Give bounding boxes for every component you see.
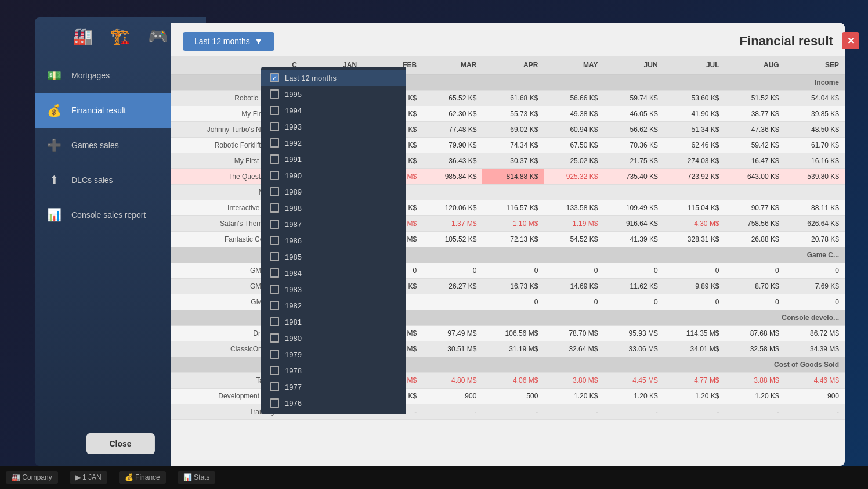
row-aug: 16.47 K$ [725, 153, 785, 169]
row-aug: 758.56 K$ [725, 216, 785, 232]
dropdown-item-1995[interactable]: 1995 [261, 86, 406, 102]
period-dropdown[interactable]: ✓ Last 12 months 1995 1994 1993 1992 199… [261, 67, 406, 414]
row-sep: 88.11 K$ [785, 200, 845, 216]
taskbar-item-4[interactable]: 📊 Stats [178, 471, 216, 484]
sidebar-icon-1[interactable]: 🏭 [68, 23, 97, 49]
dropdown-item-1992-label: 1992 [285, 139, 302, 148]
checkbox-1976 [270, 398, 279, 408]
row-may: 1.19 M$ [544, 216, 603, 232]
row-jun: 70.36 K$ [603, 138, 663, 153]
row-aug: 0 [725, 294, 785, 310]
row-jun: 1.20 K$ [603, 389, 663, 404]
row-mar: 105.52 K$ [422, 232, 482, 247]
row-may: 78.70 M$ [544, 326, 603, 341]
dropdown-item-1989-label: 1989 [285, 188, 302, 196]
row-jun: 21.75 K$ [603, 153, 663, 169]
dropdown-item-last12-label: Last 12 months [285, 74, 337, 82]
row-apr [482, 185, 544, 200]
checkbox-1983 [270, 285, 279, 294]
row-jun: 33.06 M$ [603, 341, 663, 357]
row-apr: 74.34 K$ [482, 138, 544, 153]
row-jun: 59.74 K$ [603, 91, 663, 106]
dropdown-item-1987[interactable]: 1987 [261, 216, 406, 232]
dropdown-item-1980-label: 1980 [285, 334, 302, 343]
taskbar-item-3[interactable]: 💰 Finance [119, 471, 166, 484]
row-apr: 116.57 K$ [482, 200, 544, 216]
row-mar: 97.49 M$ [422, 326, 482, 341]
checkbox-1978 [270, 366, 279, 375]
row-jul: 34.01 M$ [664, 341, 725, 357]
col-header-jun: JUN [603, 56, 663, 74]
financial-result-icon: 💰 [44, 100, 64, 121]
row-apr: 16.73 K$ [482, 279, 544, 294]
dropdown-item-1990[interactable]: 1990 [261, 167, 406, 184]
dropdown-item-1980[interactable]: 1980 [261, 330, 406, 346]
dropdown-item-last12[interactable]: ✓ Last 12 months [261, 70, 406, 86]
row-jul: 4.30 M$ [664, 216, 725, 232]
dropdown-item-1992[interactable]: 1992 [261, 135, 406, 151]
dropdown-item-1988[interactable]: 1988 [261, 200, 406, 216]
dropdown-item-1991[interactable]: 1991 [261, 151, 406, 167]
dropdown-item-1989[interactable]: 1989 [261, 184, 406, 200]
row-jul: 0 [664, 294, 725, 310]
row-aug: 47.36 K$ [725, 122, 785, 138]
row-mar: 900 [422, 389, 482, 404]
sidebar-icon-2[interactable]: 🏗️ [106, 23, 135, 49]
row-jul: 9.89 K$ [664, 279, 725, 294]
sidebar-icon-3[interactable]: 🎮 [144, 23, 173, 49]
col-header-mar: MAR [422, 56, 482, 74]
dropdown-item-1979[interactable]: 1979 [261, 346, 406, 362]
row-jul: 41.90 K$ [664, 106, 725, 122]
checkbox-1977 [270, 382, 279, 391]
dropdown-item-1979-label: 1979 [285, 350, 302, 359]
dropdown-item-1982[interactable]: 1982 [261, 297, 406, 314]
row-mar: 4.80 M$ [422, 373, 482, 389]
checkbox-1991 [270, 154, 279, 164]
dropdown-item-1978[interactable]: 1978 [261, 362, 406, 379]
dropdown-item-1976-label: 1976 [285, 399, 302, 408]
row-sep: 20.78 K$ [785, 232, 845, 247]
row-may: 56.66 K$ [544, 91, 603, 106]
close-button[interactable]: Close [86, 433, 154, 454]
row-jul: - [664, 404, 725, 420]
dropdown-item-1993[interactable]: 1993 [261, 118, 406, 135]
row-aug: 643.00 K$ [725, 169, 785, 185]
dropdown-item-1984[interactable]: 1984 [261, 265, 406, 281]
dropdown-item-1985[interactable]: 1985 [261, 249, 406, 265]
row-sep: 16.16 K$ [785, 153, 845, 169]
row-mar: 77.48 K$ [422, 122, 482, 138]
row-sep: 0 [785, 263, 845, 279]
row-mar: 26.27 K$ [422, 279, 482, 294]
dropdown-item-1981[interactable]: 1981 [261, 314, 406, 330]
dropdown-item-1983[interactable]: 1983 [261, 281, 406, 297]
console-sales-icon: 📊 [44, 204, 64, 225]
checkbox-1984 [270, 268, 279, 278]
row-may: 54.52 K$ [544, 232, 603, 247]
row-apr: 55.73 K$ [482, 106, 544, 122]
modal-title: Financial result [740, 34, 833, 49]
row-sep: 0 [785, 294, 845, 310]
dropdown-item-1978-label: 1978 [285, 366, 302, 375]
dropdown-item-1976[interactable]: 1976 [261, 395, 406, 411]
period-dropdown-button[interactable]: Last 12 months ▼ [183, 32, 274, 51]
row-may: 3.80 M$ [544, 373, 603, 389]
row-jul: 115.04 K$ [664, 200, 725, 216]
row-sep: 34.39 M$ [785, 341, 845, 357]
row-jun: 56.62 K$ [603, 122, 663, 138]
row-sep [785, 185, 845, 200]
col-header-sep: SEP [785, 56, 845, 74]
taskbar-item-2[interactable]: ▶ 1 JAN [70, 471, 107, 484]
dropdown-item-1977[interactable]: 1977 [261, 379, 406, 395]
dropdown-item-1986[interactable]: 1986 [261, 232, 406, 249]
row-jul: 274.03 K$ [664, 153, 725, 169]
dropdown-item-1994[interactable]: 1994 [261, 102, 406, 118]
taskbar-item-1[interactable]: 🏭 Company [6, 471, 58, 484]
dropdown-item-1984-label: 1984 [285, 269, 302, 278]
row-may: 49.38 K$ [544, 106, 603, 122]
row-sep: 86.72 M$ [785, 326, 845, 341]
checkbox-1982 [270, 301, 279, 310]
row-jul: 328.31 K$ [664, 232, 725, 247]
row-aug: 87.68 M$ [725, 326, 785, 341]
close-x-button[interactable]: ✕ [842, 32, 859, 49]
row-mar: 30.51 M$ [422, 341, 482, 357]
